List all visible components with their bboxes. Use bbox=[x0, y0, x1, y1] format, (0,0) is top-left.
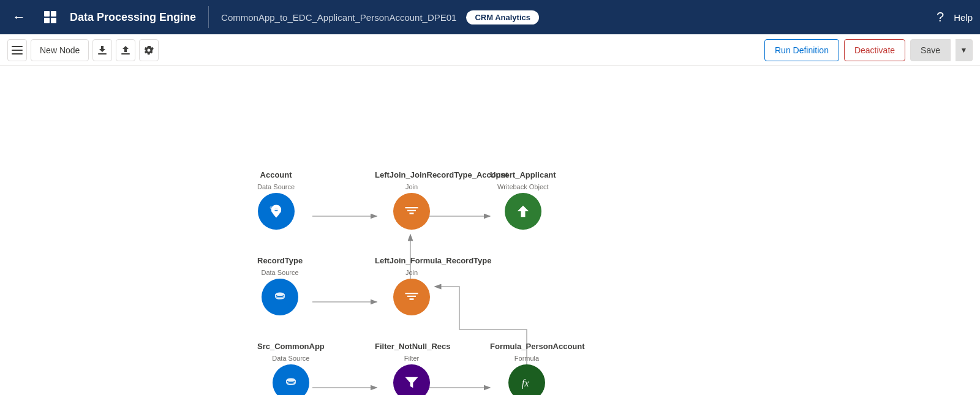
app-icon bbox=[40, 7, 60, 27]
canvas: Account Data Source LeftJoin_JoinRecordT… bbox=[0, 66, 980, 395]
node-leftjoin-account-label: LeftJoin_JoinRecordType_Account bbox=[375, 170, 448, 181]
upload-button[interactable] bbox=[116, 39, 135, 61]
svg-point-17 bbox=[272, 206, 281, 210]
node-leftjoin-account[interactable]: LeftJoin_JoinRecordType_Account Join bbox=[375, 170, 448, 230]
node-formula-personaccount[interactable]: Formula_PersonAccount Formula fx bbox=[490, 342, 564, 395]
download-button[interactable] bbox=[92, 39, 112, 61]
help-label: Help bbox=[954, 12, 973, 23]
node-recordtype-label: RecordType bbox=[257, 256, 303, 266]
svg-text:fx: fx bbox=[522, 377, 530, 389]
toolbar-right: Run Definition Deactivate Save ▼ bbox=[764, 39, 973, 61]
svg-rect-2 bbox=[44, 18, 50, 23]
node-src-sublabel: Data Source bbox=[272, 355, 309, 362]
node-account[interactable]: Account Data Source bbox=[257, 170, 295, 230]
svg-rect-8 bbox=[121, 53, 130, 55]
node-recordtype-circle[interactable] bbox=[262, 279, 298, 315]
back-button[interactable]: ← bbox=[7, 7, 31, 28]
svg-rect-0 bbox=[44, 11, 50, 17]
node-formula-sublabel: Formula bbox=[514, 355, 539, 362]
node-leftjoin-formula-label: LeftJoin_Formula_RecordType bbox=[375, 256, 448, 266]
app-header: ← Data Processing Engine CommonApp_to_ED… bbox=[0, 0, 980, 34]
save-dropdown-button[interactable]: ▼ bbox=[956, 39, 973, 61]
header-right: ? Help bbox=[937, 9, 973, 25]
node-recordtype-sublabel: Data Source bbox=[262, 269, 299, 276]
svg-point-18 bbox=[276, 292, 284, 296]
node-leftjoin-formula-sublabel: Join bbox=[405, 269, 418, 276]
run-definition-button[interactable]: Run Definition bbox=[764, 39, 839, 61]
toolbar: New Node Run Definition Deactivate Save … bbox=[0, 34, 980, 66]
svg-rect-5 bbox=[12, 50, 23, 51]
node-leftjoin-account-sublabel: Join bbox=[405, 183, 418, 190]
svg-rect-7 bbox=[98, 53, 107, 55]
node-account-circle[interactable] bbox=[258, 193, 295, 230]
app-name: Data Processing Engine bbox=[70, 11, 196, 24]
svg-rect-1 bbox=[51, 11, 56, 17]
node-src-label: Src_CommonApp bbox=[257, 342, 325, 352]
node-filter-sublabel: Filter bbox=[404, 355, 419, 362]
header-divider bbox=[208, 6, 209, 28]
new-node-button[interactable]: New Node bbox=[31, 39, 89, 61]
node-leftjoin-formula-circle[interactable] bbox=[393, 279, 430, 315]
node-account-label: Account bbox=[260, 170, 292, 181]
node-account-sublabel: Data Source bbox=[257, 183, 295, 190]
svg-rect-3 bbox=[51, 18, 56, 23]
node-upsert-applicant[interactable]: Upsert_Applicant Writeback Object bbox=[490, 170, 556, 230]
save-button[interactable]: Save bbox=[910, 39, 951, 61]
node-leftjoin-formula[interactable]: LeftJoin_Formula_RecordType Join bbox=[375, 256, 448, 315]
node-leftjoin-account-circle[interactable] bbox=[393, 193, 430, 230]
node-formula-circle[interactable]: fx bbox=[508, 364, 545, 395]
deactivate-button[interactable]: Deactivate bbox=[844, 39, 905, 61]
breadcrumb: CommonApp_to_EDC_Applicant_PersonAccount… bbox=[221, 12, 456, 23]
settings-button[interactable] bbox=[139, 39, 159, 61]
node-upsert-sublabel: Writeback Object bbox=[497, 183, 549, 190]
svg-point-19 bbox=[287, 378, 295, 382]
node-recordtype[interactable]: RecordType Data Source bbox=[257, 256, 303, 315]
node-upsert-circle[interactable] bbox=[505, 193, 541, 230]
toggle-panel-button[interactable] bbox=[7, 39, 27, 61]
crm-analytics-tag[interactable]: CRM Analytics bbox=[466, 10, 539, 24]
node-filter-circle[interactable] bbox=[393, 364, 430, 395]
svg-rect-6 bbox=[12, 53, 23, 55]
node-src-commonapp[interactable]: Src_CommonApp Data Source bbox=[257, 342, 325, 395]
node-formula-label: Formula_PersonAccount bbox=[490, 342, 564, 352]
svg-rect-4 bbox=[12, 46, 23, 47]
help-icon[interactable]: ? bbox=[937, 9, 944, 25]
node-upsert-label: Upsert_Applicant bbox=[490, 170, 556, 181]
node-filter-label: Filter_NotNull_Recs bbox=[375, 342, 448, 352]
node-src-circle[interactable] bbox=[273, 364, 309, 395]
node-filter-notnull[interactable]: Filter_NotNull_Recs Filter bbox=[375, 342, 448, 395]
